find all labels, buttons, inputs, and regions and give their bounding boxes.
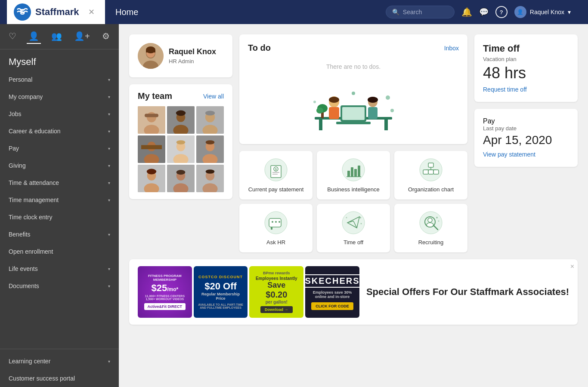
request-time-off-link[interactable]: Request time off [483,86,527,93]
quick-action-time-off[interactable]: Time off [317,204,390,252]
team-grid [138,106,224,192]
todo-header: To do Inbox [248,43,459,53]
sidebar-item-time-attendance[interactable]: Time & attendance ▾ [0,174,119,191]
svg-rect-79 [423,170,428,174]
user-menu-button[interactable]: 👤 Raquel Knox ▾ [514,6,571,18]
my-team-card: My team View all [129,84,232,199]
pay-title: Pay [483,117,569,125]
svg-rect-7 [146,50,155,52]
sidebar-item-pay[interactable]: Pay ▾ [0,140,119,157]
sidebar-item-time-clock-entry[interactable]: Time clock entry [0,209,119,226]
team-photo-4[interactable] [138,135,165,163]
sidebar-icon-person-add[interactable]: 👤+ [72,29,92,44]
sidebar-item-personal[interactable]: Personal ▾ [0,71,119,88]
avatar [138,43,164,69]
logo-text: Staffmark [35,6,79,18]
sidebar: ♡ 👤 👥 👤+ ⚙ Myself Personal ▾ My company … [0,24,119,387]
sidebar-item-giving[interactable]: Giving ▾ [0,157,119,174]
sidebar-item-benefits[interactable]: Benefits ▾ [0,226,119,243]
time-off-subtitle: Vacation plan [483,56,569,62]
my-team-header: My team View all [138,91,224,101]
sidebar-item-career-education[interactable]: Career & education ▾ [0,123,119,140]
sidebar-icon-group[interactable]: 👥 [50,29,64,44]
sidebar-label-learning-center: Learning center [9,358,50,365]
sidebar-item-time-management[interactable]: Time management ▾ [0,191,119,209]
sidebar-label-career-education: Career & education [9,128,61,135]
offers-images: FITNESS PROGRAM MEMBERSHIP $25/mo* 11,00… [138,266,359,318]
quick-action-recruiting[interactable]: Recruiting [394,204,467,252]
svg-point-9 [147,112,156,123]
sidebar-label-life-events: Life events [9,265,38,272]
quick-action-org-chart[interactable]: Organization chart [394,151,467,200]
quick-action-label-bi: Business intelligence [327,186,379,193]
view-all-link[interactable]: View all [203,93,224,100]
svg-rect-57 [368,107,378,119]
chevron-down-icon: ▾ [108,267,110,271]
offer-item-activefit[interactable]: FITNESS PROGRAM MEMBERSHIP $25/mo* 11,00… [138,266,192,318]
svg-rect-71 [351,167,353,177]
svg-point-39 [176,170,186,175]
messages-icon[interactable]: 💬 [479,7,489,17]
offer-item-bpme[interactable]: BPme rewards Employees Instantly Save $0… [249,266,303,318]
user-name-label: Raquel Knox [530,9,564,15]
quick-action-label-timeoff: Time off [344,239,363,246]
pay-subtitle: Last pay date [483,125,569,132]
sidebar-label-documents: Documents [9,283,39,289]
header-main: Home 🔍 Search 🔔 💬 ? 👤 Raquel Knox ▾ [105,6,581,18]
team-photo-9[interactable] [196,165,224,192]
offer-item-skechers[interactable]: SKECHERS Employees save 30%online and in… [305,266,359,318]
sidebar-section-title: Myself [0,49,119,71]
svg-point-101 [427,223,433,227]
offers-close-button[interactable]: × [570,263,574,270]
sidebar-item-documents[interactable]: Documents ▾ [0,277,119,295]
chevron-down-icon: ▾ [108,284,110,289]
svg-point-18 [205,111,215,115]
sidebar-icon-gear[interactable]: ⚙ [100,29,111,44]
svg-rect-46 [384,120,388,130]
svg-rect-73 [358,166,360,177]
quick-action-label-pay: Current pay statement [248,186,304,193]
sidebar-item-life-events[interactable]: Life events ▾ [0,260,119,277]
notification-icon[interactable]: 🔔 [461,7,472,17]
timeoff-icon [341,211,365,235]
sidebar-item-open-enrollment[interactable]: Open enrollment [0,243,119,260]
sidebar-item-my-company[interactable]: My company ▾ [0,88,119,105]
svg-point-15 [176,111,186,116]
team-photo-7[interactable] [138,165,165,192]
svg-point-91 [342,212,365,234]
team-photo-6[interactable] [196,135,224,163]
sidebar-icon-heart[interactable]: ♡ [7,29,18,44]
header-actions: 🔍 Search 🔔 💬 ? 👤 Raquel Knox ▾ [386,6,571,18]
svg-point-90 [279,221,280,223]
sidebar-icon-person[interactable]: 👤 [27,29,41,44]
team-photo-2[interactable] [167,106,195,134]
search-label: Search [403,9,422,15]
chevron-down-icon: ▾ [108,163,110,168]
help-icon[interactable]: ? [495,6,508,18]
todo-title: To do [248,43,271,53]
svg-point-104 [438,221,439,222]
sidebar-label-pay: Pay [9,145,19,152]
sidebar-item-jobs[interactable]: Jobs ▾ [0,105,119,123]
team-photo-1[interactable] [138,106,165,134]
sidebar-item-customer-success[interactable]: Customer success portal [0,370,119,387]
sidebar-item-learning-center[interactable]: Learning center ▾ [0,353,119,370]
staffmark-logo-icon: S [14,3,31,21]
todo-card: To do Inbox There are no to dos. [239,34,467,144]
quick-action-ask-hr[interactable]: Ask HR [239,204,313,252]
team-photo-8[interactable] [167,165,195,192]
quick-action-bi[interactable]: Business intelligence [317,151,390,200]
team-photo-3[interactable] [196,106,224,134]
team-photo-5[interactable] [167,135,195,163]
inbox-link[interactable]: Inbox [444,45,459,52]
offer-item-costco[interactable]: COSTCO DISCOUNT $20 Off Regular Membersh… [194,266,248,318]
time-off-value: 48 hrs [483,64,569,82]
app-layout: ♡ 👤 👥 👤+ ⚙ Myself Personal ▾ My company … [0,24,588,387]
sidebar-close-button[interactable]: ✕ [85,6,98,18]
view-pay-statement-link[interactable]: View pay statement [483,151,535,158]
search-bar[interactable]: 🔍 Search [386,6,455,18]
time-off-card: Time off Vacation plan 48 hrs Request ti… [474,34,578,102]
offers-text: Special Offers For Our Staffmark Associa… [366,286,569,298]
quick-action-pay-statement[interactable]: $ Current pay statement [239,151,313,200]
svg-rect-86 [269,218,281,227]
